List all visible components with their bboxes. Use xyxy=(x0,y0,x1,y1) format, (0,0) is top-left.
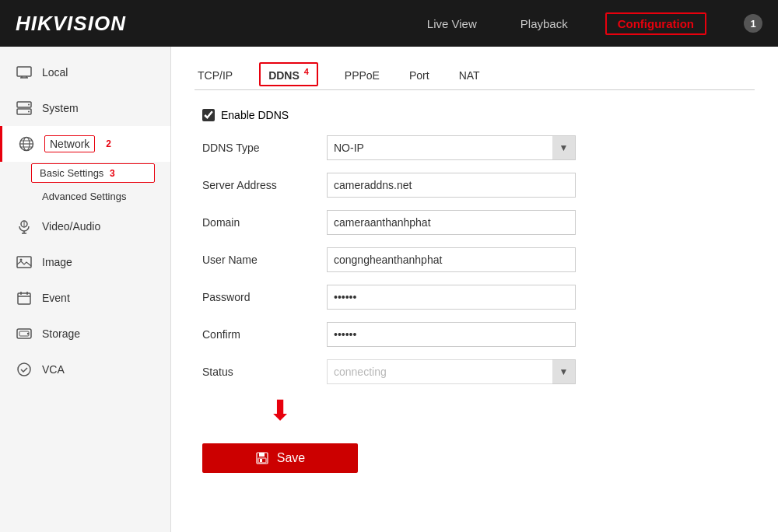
username-input[interactable] xyxy=(327,247,576,272)
globe-icon xyxy=(18,135,35,152)
domain-input[interactable] xyxy=(327,210,576,235)
svg-point-26 xyxy=(18,363,30,376)
save-area: Save xyxy=(202,443,747,473)
vca-label: VCA xyxy=(42,363,65,376)
tab-bar: TCP/IP DDNS 4 PPPoE Port NAT xyxy=(194,62,755,90)
down-arrow-icon: ⬇ xyxy=(268,397,292,425)
server-address-input[interactable] xyxy=(327,173,576,198)
confirm-label: Confirm xyxy=(202,328,327,341)
local-label: Local xyxy=(42,66,68,79)
logo: HIKVISION xyxy=(16,12,126,36)
sidebar-item-image[interactable]: Image xyxy=(0,244,170,280)
svg-point-25 xyxy=(27,333,29,334)
vca-icon xyxy=(16,361,33,378)
network-label: Network xyxy=(44,135,95,152)
status-row: Status connecting ▼ xyxy=(202,359,747,384)
logo-vision: VISION xyxy=(53,12,126,35)
status-label: Status xyxy=(202,366,327,378)
svg-rect-28 xyxy=(259,453,265,457)
tab-tcp-ip[interactable]: TCP/IP xyxy=(194,63,236,89)
ddns-type-select-wrapper: NO-IP HiDDNS DynDNS IPServer ▼ xyxy=(327,135,576,160)
enable-ddns-checkbox[interactable] xyxy=(202,109,215,121)
password-input[interactable] xyxy=(327,285,576,310)
header: HIKVISION Live View Playback Configurati… xyxy=(0,0,778,47)
image-label: Image xyxy=(42,256,72,268)
svg-point-6 xyxy=(28,104,30,106)
svg-rect-0 xyxy=(17,67,31,76)
tab-ddns[interactable]: DDNS 4 xyxy=(259,62,318,86)
save-icon xyxy=(255,451,269,465)
disk-icon xyxy=(16,325,33,342)
server-address-row: Server Address xyxy=(202,173,747,198)
storage-label: Storage xyxy=(42,327,80,340)
tab-pppoe[interactable]: PPPoE xyxy=(342,63,383,89)
system-label: System xyxy=(42,102,79,114)
domain-row: Domain xyxy=(202,210,747,235)
ddns-type-label: DDNS Type xyxy=(202,142,327,154)
username-row: User Name xyxy=(202,247,747,272)
event-label: Event xyxy=(42,292,70,304)
save-label: Save xyxy=(277,451,305,465)
sidebar-item-event[interactable]: Event xyxy=(0,280,170,316)
mic-icon xyxy=(16,218,33,235)
svg-point-7 xyxy=(28,111,30,113)
monitor-icon xyxy=(16,64,33,81)
svg-rect-17 xyxy=(17,257,31,268)
nav-links: Live View Playback Configuration 1 xyxy=(421,12,762,35)
basic-settings-badge: 3 xyxy=(110,168,115,179)
ddns-type-select[interactable]: NO-IP HiDDNS DynDNS IPServer xyxy=(327,135,576,160)
svg-point-18 xyxy=(20,259,23,261)
sidebar-item-storage[interactable]: Storage xyxy=(0,316,170,352)
ddns-badge: 4 xyxy=(304,67,309,76)
config-badge: 1 xyxy=(744,14,762,33)
svg-rect-30 xyxy=(260,459,262,462)
enable-ddns-label: Enable DDNS xyxy=(221,109,289,121)
ddns-type-row: DDNS Type NO-IP HiDDNS DynDNS IPServer ▼ xyxy=(202,135,747,160)
status-select-wrapper: connecting ▼ xyxy=(327,359,576,384)
submenu-basic-settings[interactable]: Basic Settings 3 xyxy=(31,163,155,183)
nav-live-view[interactable]: Live View xyxy=(421,14,483,33)
sidebar: Local System Network 2 Basic Settings 3 … xyxy=(0,47,171,532)
sidebar-item-network[interactable]: Network 2 xyxy=(0,126,170,162)
nav-configuration[interactable]: Configuration xyxy=(605,12,706,35)
domain-label: Domain xyxy=(202,216,327,229)
ddns-form: Enable DDNS DDNS Type NO-IP HiDDNS DynDN… xyxy=(194,109,755,473)
confirm-input[interactable] xyxy=(327,322,576,347)
svg-rect-19 xyxy=(18,293,30,304)
status-select[interactable]: connecting xyxy=(327,359,576,384)
username-label: User Name xyxy=(202,254,327,266)
tab-port[interactable]: Port xyxy=(406,63,433,89)
video-audio-label: Video/Audio xyxy=(42,220,100,233)
password-row: Password xyxy=(202,285,747,310)
sidebar-item-system[interactable]: System xyxy=(0,90,170,126)
logo-hik: HIK xyxy=(16,12,53,35)
password-label: Password xyxy=(202,291,327,303)
content-area: TCP/IP DDNS 4 PPPoE Port NAT Enable DDNS… xyxy=(171,47,778,532)
sidebar-item-video-audio[interactable]: Video/Audio xyxy=(0,208,170,244)
sidebar-item-local[interactable]: Local xyxy=(0,54,170,90)
submenu-advanced-settings[interactable]: Advanced Settings xyxy=(0,184,170,208)
nav-playback[interactable]: Playback xyxy=(514,14,574,33)
enable-ddns-row: Enable DDNS xyxy=(202,109,747,121)
save-button[interactable]: Save xyxy=(202,443,358,473)
tab-nat[interactable]: NAT xyxy=(456,63,483,89)
main-layout: Local System Network 2 Basic Settings 3 … xyxy=(0,47,778,532)
server-icon xyxy=(16,100,33,117)
image-icon xyxy=(16,254,33,271)
server-address-label: Server Address xyxy=(202,179,327,191)
save-arrow: ⬇ xyxy=(202,397,747,425)
sidebar-item-vca[interactable]: VCA xyxy=(0,352,170,387)
network-badge: 2 xyxy=(106,138,111,149)
calendar-icon xyxy=(16,289,33,306)
confirm-row: Confirm xyxy=(202,322,747,347)
